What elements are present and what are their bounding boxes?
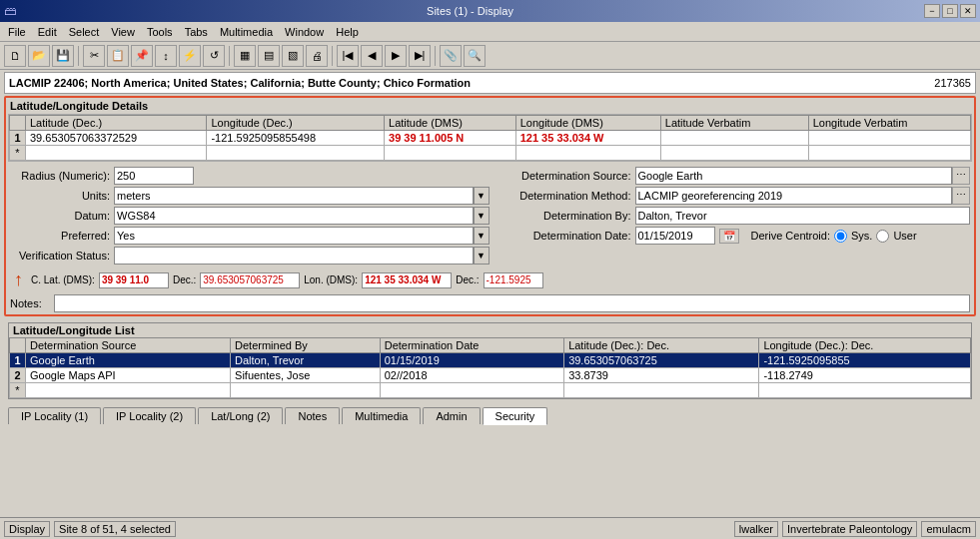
tab-latlong[interactable]: Lat/Long (2) bbox=[198, 407, 283, 424]
list-cell-lon-1[interactable]: -121.5925095855 bbox=[759, 353, 971, 368]
latlon-header-row: Latitude (Dec.) Longitude (Dec.) Latitud… bbox=[10, 116, 971, 131]
list-cell-lat-1[interactable]: 39.653057063725 bbox=[564, 353, 759, 368]
list-new-source bbox=[26, 383, 231, 398]
notes-input[interactable] bbox=[54, 294, 970, 312]
lon-dec-input[interactable] bbox=[484, 272, 543, 288]
list-cell-date-2[interactable]: 02//2018 bbox=[380, 368, 563, 383]
derive-centroid-label: Derive Centroid: bbox=[751, 230, 830, 242]
clat-dec-input[interactable] bbox=[200, 272, 300, 288]
det-source-btn[interactable]: ⋯ bbox=[952, 167, 970, 185]
toolbar-print[interactable]: 🖨 bbox=[306, 45, 328, 67]
radius-label: Radius (Numeric): bbox=[10, 170, 110, 182]
toolbar-attach2[interactable]: 🔍 bbox=[464, 45, 486, 67]
list-col-date: Determination Date bbox=[380, 338, 563, 353]
toolbar-new[interactable]: 🗋 bbox=[4, 45, 26, 67]
status-user: lwalker bbox=[734, 521, 778, 537]
det-method-row: Determination Method: ⋯ bbox=[491, 186, 971, 206]
toolbar-form[interactable]: ▤ bbox=[258, 45, 280, 67]
toolbar-prev[interactable]: ◀ bbox=[361, 45, 383, 67]
det-date-row: Determination Date: 📅 Derive Centroid: S… bbox=[491, 226, 971, 246]
menu-file[interactable]: File bbox=[2, 25, 32, 39]
close-button[interactable]: ✕ bbox=[960, 4, 976, 18]
window-controls: − □ ✕ bbox=[924, 4, 976, 18]
list-cell-date-1[interactable]: 01/15/2019 bbox=[380, 353, 563, 368]
toolbar-report[interactable]: ▧ bbox=[282, 45, 304, 67]
list-col-source: Determination Source bbox=[26, 338, 231, 353]
toolbar-last[interactable]: ▶| bbox=[409, 45, 431, 67]
menu-window[interactable]: Window bbox=[279, 25, 330, 39]
radius-input[interactable] bbox=[114, 167, 194, 185]
menu-tools[interactable]: Tools bbox=[141, 25, 179, 39]
list-cell-by-1[interactable]: Dalton, Trevor bbox=[231, 353, 381, 368]
toolbar-next[interactable]: ▶ bbox=[385, 45, 407, 67]
menu-multimedia[interactable]: Multimedia bbox=[214, 25, 279, 39]
det-method-btn[interactable]: ⋯ bbox=[952, 187, 970, 205]
toolbar-filter[interactable]: ⚡ bbox=[179, 45, 201, 67]
cell-lon-dms-1[interactable]: 121 35 33.034 W bbox=[515, 131, 660, 146]
menu-select[interactable]: Select bbox=[63, 25, 106, 39]
datum-dropdown: ▼ bbox=[114, 207, 490, 225]
datum-arrow[interactable]: ▼ bbox=[474, 207, 490, 225]
toolbar-paste[interactable]: 📌 bbox=[131, 45, 153, 67]
list-cell-by-2[interactable]: Sifuentes, Jose bbox=[231, 368, 381, 383]
maximize-button[interactable]: □ bbox=[942, 4, 958, 18]
arrow-icon: ↑ bbox=[10, 270, 27, 290]
table-row[interactable]: 1 39.653057063372529 -121.5925095855498 … bbox=[10, 131, 971, 146]
lon-dms-input[interactable] bbox=[362, 272, 452, 288]
clat-lon-bar: ↑ C. Lat. (DMS): Dec.: Lon. (DMS): Dec.: bbox=[6, 268, 974, 292]
det-date-input[interactable] bbox=[635, 227, 715, 245]
toolbar-sep-1 bbox=[78, 46, 79, 66]
menu-view[interactable]: View bbox=[105, 25, 141, 39]
tab-admin[interactable]: Admin bbox=[423, 407, 480, 424]
toolbar-table[interactable]: ▦ bbox=[234, 45, 256, 67]
minimize-button[interactable]: − bbox=[924, 4, 940, 18]
tab-security[interactable]: Security bbox=[483, 407, 548, 425]
cell-new-lat bbox=[26, 146, 207, 161]
units-arrow[interactable]: ▼ bbox=[474, 187, 490, 205]
det-source-dropdown: ⋯ bbox=[635, 167, 971, 185]
toolbar-cut[interactable]: ✂ bbox=[83, 45, 105, 67]
status-bar: Display Site 8 of 51, 4 selected lwalker… bbox=[0, 517, 980, 539]
preferred-arrow[interactable]: ▼ bbox=[474, 227, 490, 245]
menu-tabs[interactable]: Tabs bbox=[179, 25, 214, 39]
toolbar-refresh[interactable]: ↺ bbox=[203, 45, 225, 67]
tab-ip-locality-1[interactable]: IP Locality (1) bbox=[8, 407, 101, 424]
cell-lon-dec-1[interactable]: -121.5925095855498 bbox=[207, 131, 385, 146]
preferred-input[interactable] bbox=[114, 227, 474, 245]
det-method-input[interactable] bbox=[635, 187, 953, 205]
list-cell-source-2[interactable]: Google Maps API bbox=[26, 368, 231, 383]
verification-arrow[interactable]: ▼ bbox=[474, 247, 490, 265]
units-input[interactable] bbox=[114, 187, 474, 205]
verification-input[interactable] bbox=[114, 247, 474, 265]
toolbar-attach1[interactable]: 📎 bbox=[440, 45, 462, 67]
calendar-icon[interactable]: 📅 bbox=[719, 229, 739, 244]
toolbar-open[interactable]: 📂 bbox=[28, 45, 50, 67]
list-cell-lon-2[interactable]: -118.2749 bbox=[759, 368, 971, 383]
toolbar-save[interactable]: 💾 bbox=[52, 45, 74, 67]
cell-lat-dec-1[interactable]: 39.653057063372529 bbox=[26, 131, 207, 146]
cell-new-lat-dms bbox=[385, 146, 516, 161]
toolbar-first[interactable]: |◀ bbox=[337, 45, 359, 67]
list-cell-source-1[interactable]: Google Earth bbox=[26, 353, 231, 368]
menu-help[interactable]: Help bbox=[330, 25, 365, 39]
derive-user-radio[interactable] bbox=[876, 230, 889, 243]
toolbar-sort[interactable]: ↕ bbox=[155, 45, 177, 67]
cell-lat-dms-1[interactable]: 39 39 11.005 N bbox=[385, 131, 516, 146]
tab-notes[interactable]: Notes bbox=[285, 407, 340, 424]
clat-dms-input[interactable] bbox=[99, 272, 169, 288]
table-row[interactable]: 2 Google Maps API Sifuentes, Jose 02//20… bbox=[10, 368, 971, 383]
det-source-input[interactable] bbox=[635, 167, 953, 185]
det-by-input[interactable] bbox=[635, 207, 971, 225]
preferred-label: Preferred: bbox=[10, 230, 110, 242]
table-row[interactable]: 1 Google Earth Dalton, Trevor 01/15/2019… bbox=[10, 353, 971, 368]
toolbar-copy[interactable]: 📋 bbox=[107, 45, 129, 67]
tab-ip-locality-2[interactable]: IP Locality (2) bbox=[103, 407, 196, 424]
list-cell-lat-2[interactable]: 33.8739 bbox=[564, 368, 759, 383]
status-id: emulacm bbox=[921, 521, 976, 537]
derive-sys-radio[interactable] bbox=[834, 230, 847, 243]
list-row-num-1: 1 bbox=[10, 353, 26, 368]
menu-edit[interactable]: Edit bbox=[32, 25, 63, 39]
breadcrumb: LACMIP 22406; North America; United Stat… bbox=[9, 77, 471, 89]
datum-input[interactable] bbox=[114, 207, 474, 225]
tab-multimedia[interactable]: Multimedia bbox=[342, 407, 421, 424]
